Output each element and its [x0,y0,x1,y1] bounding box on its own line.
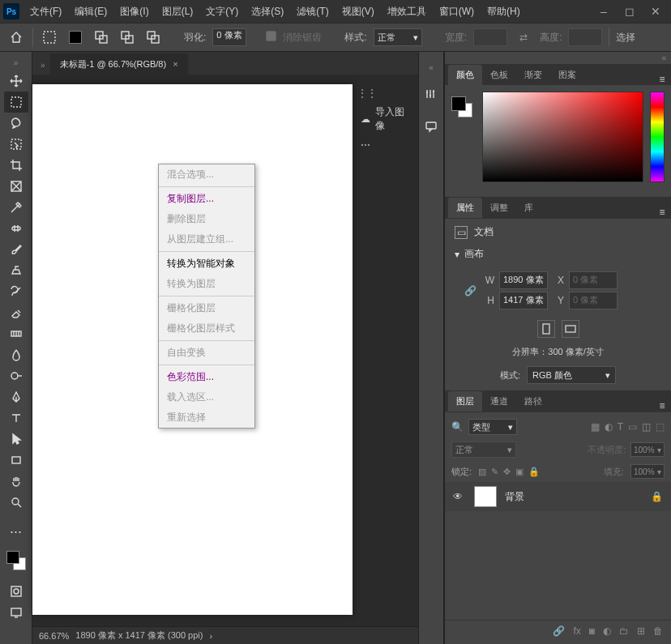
lock-transparency-icon[interactable]: ▨ [478,467,486,477]
hue-slider[interactable] [650,92,665,182]
brush-tool[interactable] [4,239,28,260]
close-icon[interactable]: × [173,59,177,69]
gradient-tool[interactable] [4,323,28,344]
canvas-section[interactable]: ▾ 画布 [455,247,661,261]
filter-pixel-icon[interactable]: ▦ [591,421,600,433]
new-layer-icon[interactable]: ⊞ [637,625,645,637]
menu-image[interactable]: 图像(I) [114,2,154,22]
marquee-tool-icon[interactable] [40,28,59,47]
filter-smart-icon[interactable]: ◫ [642,421,651,433]
selection-mode-add[interactable] [92,28,111,47]
doc-dimensions[interactable]: 1890 像素 x 1417 像素 (300 ppi) [75,629,203,642]
tab-swatches[interactable]: 色板 [482,65,516,85]
select-subject-label[interactable]: 选择 [616,31,635,45]
panel-menu-icon[interactable]: ≡ [653,207,671,218]
tab-libraries[interactable]: 库 [516,198,541,218]
group-icon[interactable]: 🗀 [619,625,629,637]
context-menu-item[interactable]: 复制图层... [159,189,254,209]
color-fgbg-swatch[interactable] [451,92,476,190]
landscape-button[interactable] [562,320,579,338]
more-icon[interactable]: ⋯ [353,136,418,154]
screen-mode[interactable] [4,602,28,623]
color-mode-select[interactable]: RGB 颜色▾ [527,366,616,384]
tab-adjustments[interactable]: 调整 [482,198,516,218]
adjustment-layer-icon[interactable]: ◐ [603,625,611,637]
selection-mode-subtract[interactable] [118,28,137,47]
adjustments-icon[interactable] [419,83,443,104]
menu-help[interactable]: 帮助(H) [481,2,526,22]
menu-window[interactable]: 窗口(W) [434,2,480,22]
menu-filter[interactable]: 滤镜(T) [291,2,334,22]
layer-style-icon[interactable]: fx [573,625,580,637]
zoom-tool[interactable] [4,492,28,513]
visibility-icon[interactable]: 👁 [453,491,466,502]
filter-adjust-icon[interactable]: ◐ [605,421,613,433]
eyedropper-tool[interactable] [4,197,28,218]
selection-mode-intersect[interactable] [143,28,163,47]
maximize-button[interactable]: ◻ [621,4,639,19]
context-menu-item[interactable]: 色彩范围... [159,367,254,387]
canvas-viewport[interactable]: 混合选项...复制图层...删除图层从图层建立组...转换为智能对象转换为图层栅… [32,75,418,626]
menu-type[interactable]: 文字(Y) [200,2,244,22]
panel-menu-icon[interactable]: ≡ [653,74,671,85]
blur-tool[interactable] [4,344,28,365]
healing-brush-tool[interactable] [4,218,28,239]
move-tool[interactable] [4,70,28,92]
tab-gradients[interactable]: 渐变 [516,65,550,85]
layer-thumbnail[interactable] [474,486,497,507]
lock-artboard-icon[interactable]: ▣ [515,467,524,477]
quick-mask-mode[interactable] [4,581,28,602]
pen-tool[interactable] [4,386,28,407]
tab-channels[interactable]: 通道 [482,391,516,412]
lock-position-icon[interactable]: ✥ [503,467,511,477]
frame-tool[interactable] [4,176,28,197]
width-input[interactable]: 1890 像素 [499,271,548,289]
context-menu-item[interactable]: 转换为智能对象 [159,254,254,274]
menu-view[interactable]: 视图(V) [336,2,380,22]
height-input[interactable]: 1417 像素 [499,292,548,309]
filter-toggle[interactable]: ⬚ [656,421,665,433]
filter-type-select[interactable]: 类型▾ [468,419,517,435]
history-brush-tool[interactable] [4,281,28,302]
menu-edit[interactable]: 编辑(E) [69,2,113,22]
hand-tool[interactable] [4,471,28,492]
feather-input[interactable]: 0 像素 [212,28,246,46]
menu-file[interactable]: 文件(F) [24,2,67,22]
lasso-tool[interactable] [4,113,28,134]
menu-select[interactable]: 选择(S) [246,2,289,22]
type-tool[interactable] [4,407,28,429]
marquee-tool[interactable] [4,92,28,113]
close-button[interactable]: ✕ [647,4,665,19]
filter-type-icon[interactable]: T [618,421,623,433]
home-icon[interactable] [6,28,26,47]
menu-layer[interactable]: 图层(L) [156,2,199,22]
edit-toolbar[interactable]: ⋯ [4,521,28,542]
selection-mode-new[interactable] [66,28,85,47]
object-select-tool[interactable] [4,134,28,155]
tab-paths[interactable]: 路径 [516,391,550,412]
foreground-background-swatch[interactable] [4,548,28,573]
zoom-value[interactable]: 66.67% [39,631,69,641]
tab-properties[interactable]: 属性 [448,198,482,218]
menu-plugins[interactable]: 增效工具 [382,2,432,22]
layer-mask-icon[interactable]: ◙ [589,625,595,637]
drag-handle[interactable]: ⋮⋮ [353,84,418,102]
tab-color[interactable]: 颜色 [448,65,482,85]
document-tab[interactable]: 未标题-1 @ 66.7%(RGB/8) × [50,53,188,75]
lock-pixels-icon[interactable]: ✎ [491,467,498,477]
minimize-button[interactable]: – [595,4,613,19]
link-layers-icon[interactable]: 🔗 [553,625,565,637]
import-image-button[interactable]: ☁ 导入图像 [353,102,418,136]
path-select-tool[interactable] [4,429,28,450]
filter-shape-icon[interactable]: ▭ [628,421,637,433]
tab-layers[interactable]: 图层 [448,391,482,412]
style-select[interactable]: 正常▾ [374,28,422,46]
comments-icon[interactable] [419,116,443,137]
tab-patterns[interactable]: 图案 [550,65,584,85]
eraser-tool[interactable] [4,302,28,323]
panel-menu-icon[interactable]: ≡ [653,400,671,412]
layer-name[interactable]: 背景 [505,490,524,504]
delete-layer-icon[interactable]: 🗑 [653,625,663,637]
link-icon[interactable]: 🔗 [464,285,477,296]
clone-stamp-tool[interactable] [4,260,28,281]
